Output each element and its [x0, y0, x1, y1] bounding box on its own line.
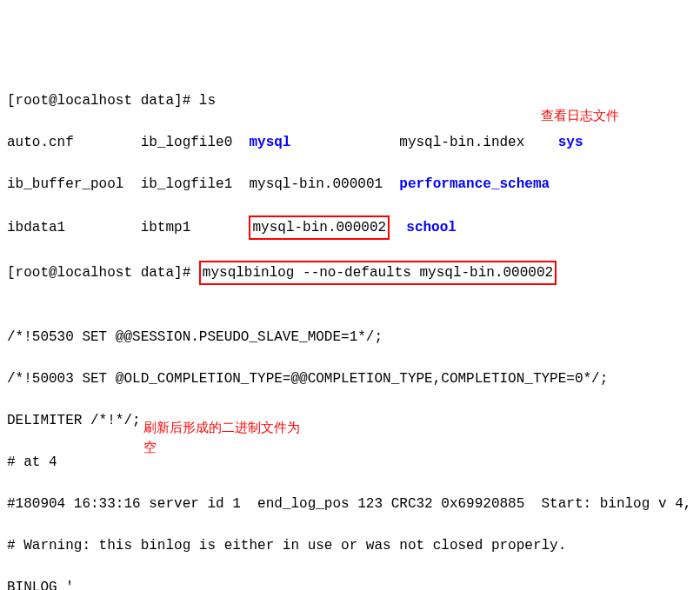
ls-output-row-3: ibdata1 ibtmp1 mysql-bin.000002 school	[7, 215, 693, 240]
file-ibtmp1: ibtmp1	[141, 220, 191, 235]
dir-mysql: mysql	[249, 135, 290, 150]
output-line: BINLOG '	[7, 577, 693, 590]
file-ibdata1: ibdata1	[7, 220, 65, 235]
file-ib-buffer-pool: ib_buffer_pool	[7, 176, 123, 192]
ls-output-row-1: auto.cnf ib_logfile0 mysql mysql-bin.ind…	[7, 132, 693, 153]
file-mysql-bin-index: mysql-bin.index	[399, 135, 524, 150]
dir-school: school	[406, 220, 457, 235]
prompt: [root@localhost data]#	[7, 265, 199, 281]
output-line: /*!50003 SET @OLD_COMPLETION_TYPE=@@COMP…	[7, 368, 693, 389]
ls-output-row-2: ib_buffer_pool ib_logfile1 mysql-bin.000…	[7, 174, 693, 195]
terminal-line-cmd: [root@localhost data]# mysqlbinlog --no-…	[7, 261, 693, 285]
file-auto-cnf: auto.cnf	[7, 135, 74, 150]
file-mysql-bin-000001: mysql-bin.000001	[249, 176, 383, 192]
file-ib-logfile1: ib_logfile1	[141, 176, 233, 192]
output-line: #180904 16:33:16 server id 1 end_log_pos…	[7, 494, 693, 514]
dir-performance-schema: performance_schema	[399, 176, 550, 192]
prompt: [root@localhost data]#	[7, 93, 199, 109]
file-ib-logfile0: ib_logfile0	[141, 135, 233, 150]
output-line: # Warning: this binlog is either in use …	[7, 535, 693, 556]
annotation-view-log: 查看日志文件	[541, 106, 619, 126]
output-line: DELIMITER /*!*/;	[7, 410, 693, 431]
output-line: /*!50530 SET @@SESSION.PSEUDO_SLAVE_MODE…	[7, 327, 693, 348]
annotation-empty-binlog: 刷新后形成的二进制文件为空	[143, 418, 300, 457]
output-line: # at 4	[7, 452, 693, 473]
highlight-mysqlbinlog-cmd: mysqlbinlog --no-defaults mysql-bin.0000…	[199, 261, 557, 285]
dir-sys: sys	[558, 135, 583, 150]
highlight-mysql-bin-000002: mysql-bin.000002	[249, 215, 390, 240]
command-ls: ls	[199, 93, 216, 109]
